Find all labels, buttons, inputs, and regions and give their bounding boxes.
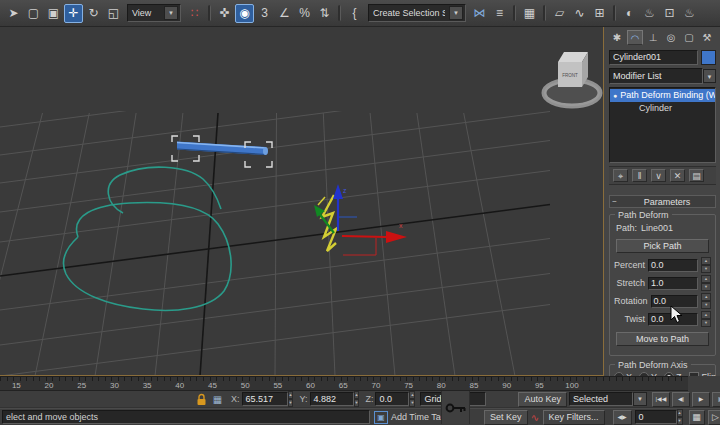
schematic-view-icon[interactable]: ⊞ [590,4,609,23]
curve-editor-icon[interactable]: ∿ [570,4,589,23]
align-icon[interactable]: ≡ [490,4,509,23]
current-frame-field[interactable]: 0 [635,410,677,424]
spinner-arrows[interactable]: ▲▼ [701,311,711,327]
z-coord-spinner[interactable]: ▲▼ [409,391,415,407]
utilities-tab[interactable]: ⚒ [699,30,715,45]
object-color-swatch[interactable] [701,50,716,65]
mirror-icon[interactable]: ⋈ [470,4,489,23]
selection-lock-icon[interactable] [196,393,207,406]
stack-item-cylinder[interactable]: Cylinder [610,102,715,115]
spinner-arrows[interactable]: ▲▼ [701,293,711,309]
pick-path-button[interactable]: Pick Path [616,239,709,253]
prev-frame-icon[interactable]: ◀| [672,392,690,407]
goto-start-icon[interactable]: |◀◀ [652,392,670,407]
chevron-down-icon[interactable]: ▼ [703,69,716,83]
set-keys-big-button[interactable] [441,391,470,424]
spinner-value-field[interactable]: 1.0 [648,277,698,290]
select-and-link-icon[interactable]: ➤ [4,4,23,23]
percent-snap-icon[interactable]: % [295,4,314,23]
play-icon[interactable]: ▶ [692,392,710,407]
use-center-icon[interactable]: ∷ [185,4,204,23]
select-scale-icon[interactable]: ◱ [104,4,123,23]
collapse-icon[interactable]: − [610,197,619,206]
frame-tick-label: 25 [65,381,98,390]
z-coord-field[interactable]: 0.0 [375,392,409,406]
y-coord-spinner[interactable]: ▲▼ [354,391,360,407]
key-filter-scope-dropdown[interactable]: Selected [569,392,633,406]
status-bar-row1: ▦ X: 65.517 ▲▼ Y: 4.882 ▲▼ Z: 0.0 ▲▼ Gri… [0,391,720,408]
chevron-down-icon[interactable]: ▼ [633,392,647,406]
toolbar-separator[interactable] [513,5,516,21]
render-production-icon[interactable]: ♨ [680,4,699,23]
rect-selection-region-icon[interactable]: ▢ [24,4,43,23]
angle-snap-icon[interactable]: ∠ [275,4,294,23]
toolbar-separator[interactable] [613,5,616,21]
absolute-mode-icon[interactable]: ▦ [210,393,225,406]
snap-3d-icon[interactable]: 3 [255,4,274,23]
toolbar-separator[interactable] [543,5,546,21]
modifier-list-dropdown[interactable]: Modifier List ▼ [609,69,716,83]
track-bar[interactable]: 1520253035404550556065707580859095100 [0,376,688,391]
gizmo-z-axis[interactable]: z [333,184,347,231]
snaps-toggle-icon[interactable]: ◉ [235,4,254,23]
path-deform-group: Path Deform Path: Line001 Pick Path Perc… [609,214,716,356]
modify-tab[interactable]: ◠ [627,30,643,45]
hierarchy-tab[interactable]: ⊥ [645,30,661,45]
x-coord-field[interactable]: 65.517 [242,392,288,406]
cylinder001-object[interactable] [177,142,268,156]
auto-key-button[interactable]: Auto Key [518,392,567,407]
show-end-result-icon[interactable]: ‖ [632,169,647,182]
toolbar-separator[interactable] [208,5,211,21]
spinner-arrows[interactable]: ▲▼ [701,257,711,273]
named-selection-set-dropdown[interactable]: Create Selection Se ▼ [368,4,466,22]
chevron-down-icon[interactable]: ▼ [449,6,463,20]
material-editor-icon[interactable]: ◐ [620,4,639,23]
new-key-curve-icon[interactable]: ∿ [528,411,543,424]
display-tab[interactable]: ▢ [681,30,697,45]
x-coord-spinner[interactable]: ▲▼ [288,391,294,407]
viewport-config-icon[interactable]: ▦ [689,410,705,425]
parameters-rollout-header[interactable]: − Parameters [609,195,716,208]
toolbar-separator[interactable] [338,5,341,21]
motion-tab[interactable]: ◎ [663,30,679,45]
spinner-label: Percent [614,260,645,270]
layer-manager-icon[interactable]: ▦ [520,4,539,23]
y-coord-field[interactable]: 4.882 [310,392,354,406]
spinner-snap-icon[interactable]: ⇅ [315,4,334,23]
chevron-down-icon[interactable]: ▼ [164,6,178,20]
move-to-path-button[interactable]: Move to Path [616,332,709,346]
named-selection-sets-icon[interactable]: { [345,4,364,23]
frame-tick-label: 30 [98,381,131,390]
pin-stack-icon[interactable]: ⌖ [613,169,628,182]
key-mode-toggle-icon[interactable]: ◀▶ [613,410,632,425]
viewcube[interactable]: FRONT [544,52,600,106]
spinner-value-field[interactable]: 0.0 [648,259,698,272]
window-crossing-icon[interactable]: ▣ [44,4,63,23]
stack-item-path-deform[interactable]: ● Path Deform Binding (WS [610,89,715,102]
fov-icon[interactable]: ▷ [708,410,720,425]
make-unique-icon[interactable]: ∨ [651,169,666,182]
next-frame-icon[interactable]: |▶ [712,392,720,407]
spinner-arrows[interactable]: ▲▼ [701,275,711,291]
key-filters-button[interactable]: Key Filters... [543,410,605,425]
perspective-viewport[interactable]: z x FRONT [0,27,604,376]
frame-tick-label: 100 [556,381,589,390]
set-key-button[interactable]: Set Key [484,410,528,425]
select-rotate-icon[interactable]: ↻ [84,4,103,23]
reference-coordsys-dropdown[interactable]: View ▼ [127,4,181,22]
object-name-field[interactable]: Cylinder001 [609,50,698,65]
render-setup-icon[interactable]: ♨ [640,4,659,23]
modifier-enabled-bulb-icon[interactable]: ● [613,89,617,102]
select-manipulate-icon[interactable]: ✜ [215,4,234,23]
remove-modifier-icon[interactable]: ✕ [670,169,685,182]
time-tag-icon[interactable]: ▣ [374,411,388,424]
frame-spinner[interactable]: ▲▼ [677,409,683,425]
3dsmax-window: ➤▢▣✛↻◱ View ▼ ∷✜◉3∠%⇅{ Create Selection … [0,0,720,425]
create-tab[interactable]: ✱ [609,30,625,45]
modifier-stack[interactable]: ● Path Deform Binding (WS Cylinder [609,87,716,163]
group-title: Path Deform [615,210,672,220]
toolbox-icon[interactable]: ▱ [550,4,569,23]
rendered-frame-window-icon[interactable]: ⊡ [660,4,679,23]
select-move-icon[interactable]: ✛ [64,4,83,23]
configure-modifier-sets-icon[interactable]: ▤ [689,169,704,182]
